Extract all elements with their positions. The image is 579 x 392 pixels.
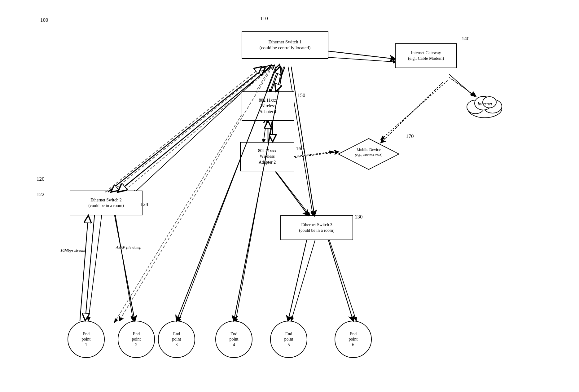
ref-122: 122 — [37, 192, 45, 198]
asap-label: ASAP file dump — [113, 245, 144, 250]
svg-line-11 — [121, 67, 273, 194]
svg-line-7 — [288, 67, 313, 215]
svg-line-43 — [295, 152, 338, 157]
internet-gateway: Internet Gateway (e.g., Cable Modem) — [395, 43, 457, 68]
ref-170: 170 — [406, 133, 414, 139]
endpoint-5: End point 5 — [270, 321, 307, 358]
ref-100: 100 — [40, 17, 48, 23]
ref-140: 140 — [462, 36, 470, 42]
svg-line-5 — [381, 81, 448, 139]
svg-line-2 — [270, 67, 279, 93]
ref-110: 110 — [260, 15, 268, 22]
internet-cloud: Internet — [463, 88, 507, 121]
svg-line-4 — [294, 152, 333, 156]
svg-line-34 — [85, 215, 94, 321]
svg-line-40 — [271, 67, 280, 91]
svg-line-15 — [291, 237, 316, 321]
wireless-adapter-1: 802.11xxx Wireless Adapter 1 — [242, 91, 294, 121]
svg-line-47 — [291, 67, 314, 215]
endpoint-3: End point 3 — [158, 321, 195, 358]
endpoint-4: End point 4 — [215, 321, 252, 358]
svg-line-48 — [276, 172, 308, 215]
ethernet-switch-2: Ethernet Switch 2 (could be in a room) — [70, 191, 143, 215]
endpoint-6: End point 6 — [335, 321, 372, 358]
endpoint-1: End point 1 — [68, 321, 105, 358]
internet-label: Internet — [463, 101, 507, 107]
svg-line-3 — [263, 121, 266, 143]
svg-line-27 — [108, 67, 266, 192]
svg-line-39 — [276, 67, 285, 91]
wireless-adapter-2: 802.11xxx Wireless Adapter 2 — [240, 142, 294, 171]
svg-line-38 — [328, 240, 353, 321]
svg-line-37 — [288, 240, 307, 321]
svg-line-8 — [273, 167, 310, 215]
ethernet-switch-3: Ethernet Switch 3 (could be in a room) — [280, 215, 353, 240]
ref-124: 124 — [140, 201, 148, 208]
svg-line-35 — [80, 215, 88, 321]
svg-text:Mobile Device: Mobile Device — [357, 147, 381, 152]
mobile-device: Mobile Device (e.g., wireless PDA) — [338, 138, 400, 172]
svg-text:(e.g., wireless PDA): (e.g., wireless PDA) — [355, 153, 383, 157]
ref-160: 160 — [296, 146, 304, 152]
svg-line-0 — [328, 57, 397, 62]
stream-label: 10Mbps stream — [57, 248, 88, 253]
svg-line-13 — [88, 211, 102, 321]
svg-line-36 — [115, 215, 135, 321]
svg-line-29 — [111, 67, 267, 192]
ref-150: 150 — [297, 92, 305, 99]
svg-line-46 — [328, 51, 395, 59]
svg-line-14 — [115, 211, 133, 321]
network-diagram: 100 110 Ethernet Switch 1 (could be cent… — [0, 0, 579, 392]
svg-line-30 — [105, 67, 262, 192]
svg-line-28 — [118, 67, 271, 192]
ref-130: 130 — [355, 214, 363, 220]
ethernet-switch-1: Ethernet Switch 1 (could be centrally lo… — [242, 31, 328, 59]
ref-120: 120 — [37, 176, 45, 182]
svg-line-16 — [328, 237, 356, 321]
svg-line-6 — [133, 67, 270, 194]
endpoint-2: End point 2 — [118, 321, 155, 358]
